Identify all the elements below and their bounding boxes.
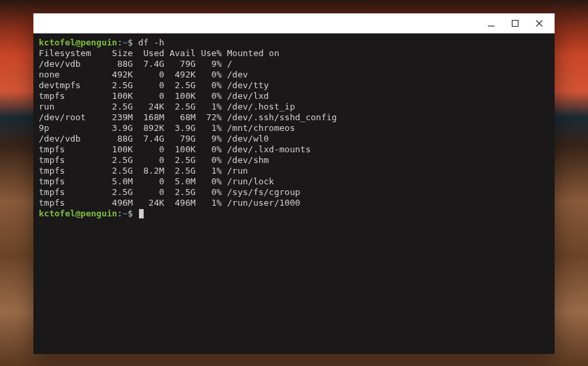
df-row: run 2.5G 24K 2.5G 1% /dev/.host_ip [39,102,549,112]
df-row: /dev/root 239M 168M 68M 72% /dev/.ssh/ss… [39,112,549,123]
window-titlebar [33,13,555,33]
df-header: Filesystem Size Used Avail Use% Mounted … [39,48,549,59]
minimize-icon [487,19,495,27]
df-row: tmpfs 496M 24K 496M 1% /run/user/1000 [39,198,549,208]
cursor [139,209,144,218]
prompt-user: kctofel@penguin [39,37,117,47]
df-row: tmpfs 100K 0 100K 0% /dev/lxd [39,91,549,102]
maximize-button[interactable] [504,15,527,31]
df-row: /dev/vdb 88G 7.4G 79G 9% / [39,59,549,69]
close-button[interactable] [528,15,551,31]
prompt-line-1: kctofel@penguin:~$ df -h [39,37,549,48]
df-row: devtmpfs 2.5G 0 2.5G 0% /dev/tty [39,80,549,91]
terminal-window: kctofel@penguin:~$ df -h Filesystem Size… [33,13,555,354]
df-row: tmpfs 5.0M 0 5.0M 0% /run/lock [39,176,549,187]
df-row: 9p 3.9G 892K 3.9G 1% /mnt/chromeos [39,123,549,134]
df-row: tmpfs 2.5G 0 2.5G 0% /sys/fs/cgroup [39,187,549,198]
minimize-button[interactable] [480,15,502,31]
close-icon [535,19,543,27]
df-row: tmpfs 100K 0 100K 0% /dev/.lxd-mounts [39,144,549,155]
prompt-path: ~ [122,37,128,47]
prompt-line-2: kctofel@penguin:~$ [39,208,549,219]
df-row: none 492K 0 492K 0% /dev [39,69,549,80]
command-text: df -h [138,37,164,47]
svg-rect-1 [512,21,519,27]
maximize-icon [511,19,519,27]
df-row: tmpfs 2.5G 8.2M 2.5G 1% /run [39,166,549,176]
terminal-body[interactable]: kctofel@penguin:~$ df -h Filesystem Size… [33,33,555,354]
df-row: tmpfs 2.5G 0 2.5G 0% /dev/shm [39,155,549,166]
df-row: /dev/vdb 88G 7.4G 79G 9% /dev/wl0 [39,134,549,144]
